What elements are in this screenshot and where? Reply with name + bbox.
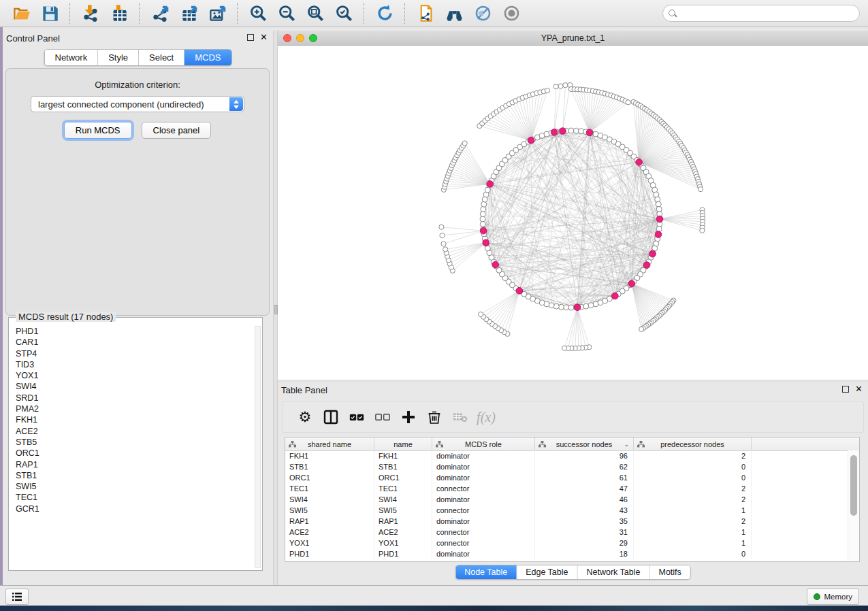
column-header-predecessor-nodes[interactable]: predecessor nodes — [634, 437, 752, 450]
list-item[interactable]: FKH1 — [16, 414, 254, 425]
control-panel-titlebar: Control Panel ✕ — [3, 31, 273, 47]
list-item[interactable]: SWI4 — [16, 381, 254, 392]
export-network-icon[interactable] — [150, 4, 170, 23]
column-header-MCDS-role[interactable]: MCDS role — [432, 437, 535, 450]
close-table-panel-icon[interactable]: ✕ — [855, 386, 863, 393]
memory-status-icon — [814, 593, 820, 600]
network-canvas[interactable] — [278, 46, 868, 380]
toolbar-separator — [139, 3, 140, 24]
toolbar-separator — [237, 3, 238, 24]
table-cell: dominator — [432, 472, 535, 483]
import-network-icon[interactable] — [80, 4, 101, 23]
list-item[interactable]: STB5 — [16, 437, 254, 448]
tab-style[interactable]: Style — [98, 50, 139, 65]
table-panel-titlebar: Table Panel ✕ — [278, 382, 868, 399]
list-item[interactable]: PHD1 — [16, 326, 254, 337]
table-cell: 47 — [535, 483, 634, 494]
tab-network[interactable]: Network — [44, 50, 98, 65]
hide-graphics-details-icon[interactable] — [472, 4, 493, 23]
search-input[interactable] — [677, 6, 859, 21]
table-scrollbar[interactable] — [848, 450, 859, 561]
open-session-icon[interactable] — [11, 4, 31, 23]
table-row[interactable]: SWI5SWI5connector431 — [285, 505, 848, 516]
column-header-shared-name[interactable]: shared name — [285, 437, 374, 450]
list-item[interactable]: ORC1 — [16, 448, 254, 459]
table-row[interactable]: STB1STB1dominator620 — [285, 461, 848, 472]
tab-edge-table[interactable]: Edge Table — [517, 565, 577, 579]
show-panels-button[interactable] — [5, 589, 29, 605]
zoom-out-icon[interactable] — [276, 4, 297, 23]
float-panel-icon[interactable] — [247, 34, 254, 41]
tab-mcds[interactable]: MCDS — [184, 50, 231, 65]
list-item[interactable]: YOX1 — [16, 370, 254, 381]
list-item[interactable]: GCR1 — [16, 503, 254, 514]
memory-button[interactable]: Memory — [807, 589, 859, 605]
vertical-splitter[interactable] — [273, 31, 278, 585]
show-columns-icon[interactable] — [318, 407, 344, 427]
mcds-result-list: PHD1CAR1STP4TID3YOX1SWI4SRD1PMA2FKH1ACE2… — [9, 326, 254, 569]
table-row[interactable]: ACE2ACE2connector311 — [285, 527, 848, 538]
close-panel-button[interactable]: Close panel — [142, 122, 212, 139]
table-row[interactable]: PHD1PHD1dominator180 — [285, 548, 848, 559]
tab-node-table[interactable]: Node Table — [455, 565, 517, 579]
list-item[interactable]: TID3 — [16, 359, 254, 370]
criterion-dropdown[interactable]: largest connected component (undirected) — [31, 96, 244, 112]
table-row[interactable]: ORC1ORC1dominator610 — [285, 472, 848, 483]
column-header-successor-nodes[interactable]: successor nodes⌄ — [535, 437, 634, 450]
column-header-name[interactable]: name — [374, 437, 432, 450]
tab-select[interactable]: Select — [139, 50, 184, 65]
list-item[interactable]: TEC1 — [16, 492, 254, 503]
list-item[interactable]: STP4 — [16, 348, 254, 359]
float-table-panel-icon[interactable] — [842, 386, 849, 393]
list-item[interactable]: ACE2 — [16, 426, 254, 437]
settings-icon[interactable]: ⚙ — [292, 407, 318, 427]
table-row[interactable]: RAP1RAP1dominator352 — [285, 516, 848, 527]
table-cell: 43 — [535, 505, 634, 516]
close-panel-icon[interactable]: ✕ — [260, 34, 268, 41]
share-network-file-icon[interactable] — [415, 4, 436, 23]
table-body: FKH1FKH1dominator962STB1STB1dominator620… — [285, 450, 848, 561]
search-icon — [669, 10, 677, 18]
search-binoculars-icon[interactable] — [444, 4, 464, 23]
result-scrollbar[interactable] — [255, 326, 261, 568]
table-cell: 0 — [634, 548, 752, 559]
save-session-icon[interactable] — [39, 4, 60, 23]
list-item[interactable]: RAP1 — [16, 459, 254, 470]
show-graphics-details-icon[interactable] — [501, 4, 521, 23]
network-nodes — [439, 82, 705, 350]
table-row[interactable]: SWI4SWI4dominator462 — [285, 494, 848, 505]
table-cell: TEC1 — [374, 483, 432, 494]
import-table-icon[interactable] — [109, 4, 129, 23]
table-cell: SWI4 — [374, 494, 432, 505]
zoom-fit-icon[interactable] — [305, 4, 325, 23]
list-item[interactable]: SRD1 — [16, 393, 254, 403]
table-cell: 1 — [634, 527, 752, 538]
add-column-icon[interactable] — [396, 407, 421, 427]
export-image-icon[interactable] — [207, 4, 227, 23]
zoom-selected-icon[interactable] — [334, 4, 354, 23]
table-cell: connector — [432, 538, 535, 548]
table-row[interactable]: FKH1FKH1dominator962 — [285, 450, 848, 461]
main-toolbar — [0, 0, 868, 27]
select-all-icon[interactable] — [344, 407, 370, 427]
zoom-in-icon[interactable] — [248, 4, 268, 23]
export-table-icon[interactable] — [178, 4, 199, 23]
table-row[interactable]: YOX1YOX1connector291 — [285, 538, 848, 548]
list-item[interactable]: STB1 — [16, 470, 254, 481]
table-cell: SWI4 — [285, 494, 374, 505]
run-mcds-button[interactable]: Run MCDS — [64, 122, 132, 139]
delete-column-icon[interactable] — [421, 407, 447, 427]
table-cell: 2 — [634, 516, 752, 527]
list-item[interactable]: PMA2 — [16, 403, 254, 414]
tab-network-table[interactable]: Network Table — [578, 565, 650, 579]
list-item[interactable]: CAR1 — [16, 337, 254, 348]
network-window: YPA_prune.txt_1 — [278, 31, 868, 380]
table-cell: 0 — [634, 472, 752, 483]
scrollbar-thumb[interactable] — [850, 455, 857, 516]
refresh-network-icon[interactable] — [374, 4, 395, 23]
tab-motifs[interactable]: Motifs — [649, 565, 690, 579]
network-titlebar[interactable]: YPA_prune.txt_1 — [278, 31, 868, 46]
list-item[interactable]: SWI5 — [16, 481, 254, 492]
table-row[interactable]: TEC1TEC1connector472 — [285, 483, 848, 494]
deselect-all-icon[interactable] — [370, 407, 396, 427]
